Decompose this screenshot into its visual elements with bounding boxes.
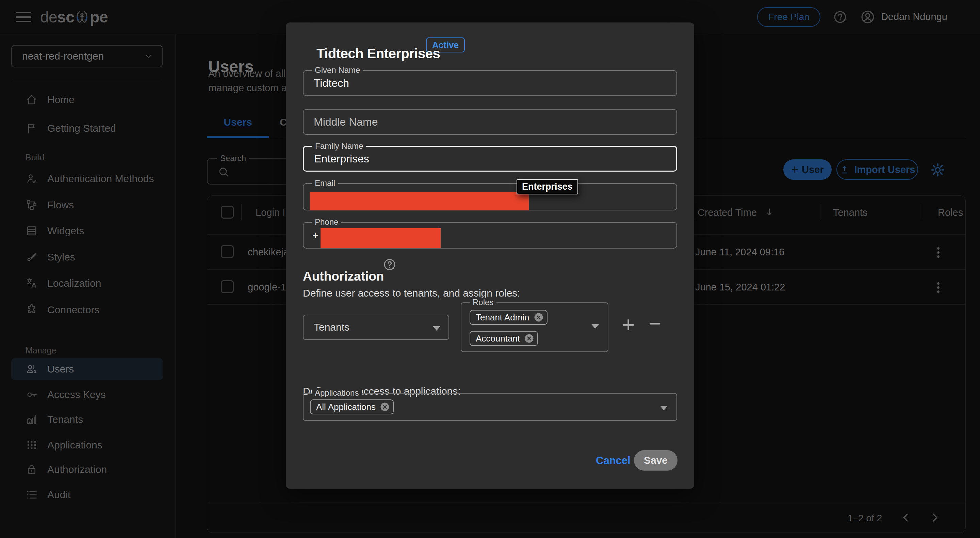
phone-field[interactable]: Phone + (303, 222, 677, 249)
cancel-button[interactable]: Cancel (594, 454, 633, 467)
field-label: Roles (469, 298, 496, 307)
user-details-dialog: Tidtech Enterprises Active Given Name Ti… (286, 22, 694, 489)
family-name-field[interactable]: Family Name Enterprises (303, 146, 677, 172)
caret-down-icon (660, 406, 668, 410)
chip-label: All Applications (316, 402, 375, 412)
chip-label: Tenant Admin (476, 312, 530, 323)
middle-name-field[interactable]: Middle Name (303, 109, 677, 135)
autofill-tooltip: Enterprises (517, 179, 578, 195)
phone-prefix: + (312, 230, 318, 241)
chip-remove-icon[interactable] (533, 312, 544, 322)
dialog-title: Tidtech Enterprises (317, 46, 440, 61)
redaction-overlay (310, 192, 529, 211)
authorization-help-icon[interactable] (382, 257, 397, 272)
given-name-field[interactable]: Given Name Tidtech (303, 70, 677, 96)
email-field[interactable]: Email (303, 183, 677, 211)
field-placeholder: Middle Name (314, 116, 378, 128)
save-button[interactable]: Save (634, 450, 678, 471)
field-value: Tidtech (314, 77, 349, 89)
redaction-overlay (321, 228, 441, 248)
app-root: desc pe Free Plan Dedan Ndungu (0, 0, 980, 538)
chip-remove-icon[interactable] (380, 402, 390, 412)
add-tenant-row-button[interactable]: + (622, 314, 635, 336)
field-value: Enterprises (314, 153, 369, 165)
chip-label: Accountant (476, 334, 520, 344)
roles-select[interactable]: Roles Tenant Admin Accountant (461, 302, 608, 352)
authorization-description: Define user access to tenants, and assig… (303, 287, 520, 299)
tenants-select[interactable]: Tenants (303, 314, 449, 340)
role-chip[interactable]: Tenant Admin (469, 310, 547, 325)
field-label: Applications (312, 388, 362, 398)
field-label: Phone (312, 217, 341, 227)
application-chip[interactable]: All Applications (310, 399, 394, 414)
remove-tenant-row-button[interactable]: − (649, 313, 661, 334)
caret-down-icon (433, 326, 440, 330)
field-label: Email (312, 179, 338, 188)
chip-remove-icon[interactable] (524, 334, 534, 343)
status-badge: Active (426, 37, 465, 53)
authorization-heading: Authorization (303, 269, 384, 284)
select-placeholder: Tenants (314, 321, 350, 333)
field-label: Given Name (312, 65, 363, 75)
applications-select[interactable]: Applications All Applications (303, 393, 677, 421)
caret-down-icon (592, 324, 599, 329)
role-chip[interactable]: Accountant (469, 331, 538, 346)
field-label: Family Name (312, 141, 366, 151)
